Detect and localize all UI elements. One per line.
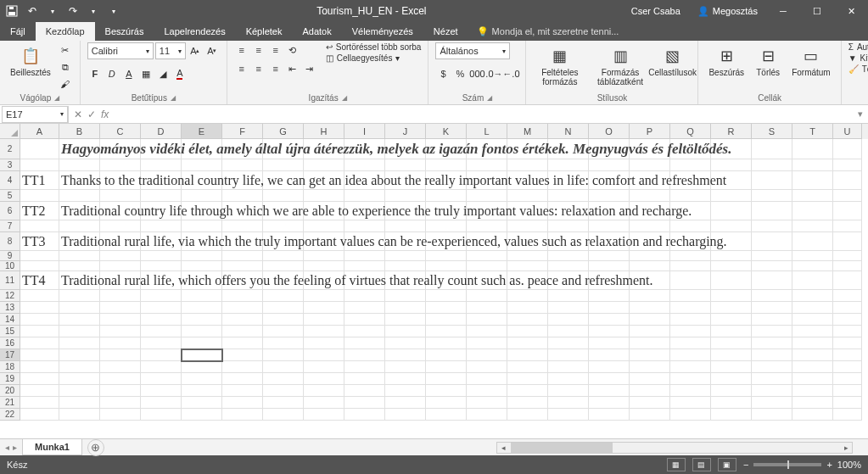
zoom-level[interactable]: 100% (837, 460, 861, 470)
cell[interactable] (20, 190, 59, 202)
cell[interactable] (589, 251, 630, 261)
cell[interactable] (304, 190, 344, 202)
cell[interactable] (20, 373, 59, 385)
cell[interactable] (670, 271, 711, 290)
conditional-formatting-button[interactable]: ▦Feltételes formázás (533, 42, 586, 88)
cell[interactable] (426, 337, 467, 349)
cell[interactable] (222, 337, 263, 349)
cell[interactable] (100, 159, 141, 171)
col-header-R[interactable]: R (711, 124, 752, 139)
cell[interactable] (752, 326, 792, 337)
cell[interactable] (222, 302, 263, 314)
cell[interactable] (100, 314, 141, 326)
cell[interactable] (222, 314, 263, 326)
cell[interactable] (20, 220, 59, 232)
underline-button[interactable]: A (121, 66, 137, 81)
cell[interactable] (20, 349, 59, 361)
cell[interactable] (467, 349, 507, 361)
cell[interactable] (59, 159, 100, 171)
font-size-combo[interactable]: 11▾ (155, 42, 186, 59)
cell[interactable] (20, 302, 59, 314)
cell[interactable] (792, 397, 833, 409)
cell[interactable] (507, 349, 548, 361)
tab-view[interactable]: Nézet (423, 22, 468, 41)
cell[interactable] (385, 251, 426, 261)
add-sheet-button[interactable]: ⊕ (87, 439, 104, 456)
tab-file[interactable]: Fájl (0, 22, 36, 41)
cell[interactable] (344, 290, 385, 302)
row-header[interactable]: 6 (0, 202, 20, 220)
cell[interactable] (182, 290, 222, 302)
cell[interactable] (467, 373, 507, 385)
cell[interactable] (426, 385, 467, 397)
cell[interactable] (59, 302, 100, 314)
align-top-button[interactable]: ≡ (234, 42, 249, 58)
cell[interactable] (630, 159, 670, 171)
cell[interactable] (59, 361, 100, 373)
cell[interactable] (589, 261, 630, 271)
cell[interactable] (711, 302, 752, 314)
cell[interactable] (182, 314, 222, 326)
cell-styles-button[interactable]: ▧Cellastílusok (654, 42, 692, 79)
cell[interactable] (344, 261, 385, 271)
row-header[interactable]: 15 (0, 326, 20, 337)
cell[interactable] (344, 337, 385, 349)
cell[interactable] (833, 251, 862, 261)
cell[interactable] (711, 361, 752, 373)
undo-icon[interactable]: ↶ (25, 4, 39, 18)
cell[interactable] (467, 190, 507, 202)
cell[interactable] (467, 159, 507, 171)
cell[interactable] (711, 290, 752, 302)
cell[interactable] (792, 251, 833, 261)
align-left-button[interactable]: ≡ (234, 61, 249, 76)
format-painter-button[interactable]: 🖌 (58, 76, 73, 92)
cell[interactable] (100, 220, 141, 232)
row-header[interactable]: 2 (0, 139, 20, 159)
cell[interactable] (752, 314, 792, 326)
cell[interactable] (59, 385, 100, 397)
cell[interactable] (792, 202, 833, 220)
col-header-E[interactable]: E (182, 124, 222, 139)
cell[interactable] (670, 349, 711, 361)
cell[interactable] (263, 220, 304, 232)
cell[interactable] (344, 159, 385, 171)
cell[interactable] (630, 337, 670, 349)
save-icon[interactable] (5, 4, 19, 18)
cell[interactable] (100, 261, 141, 271)
cell[interactable] (385, 373, 426, 385)
cell[interactable] (385, 361, 426, 373)
cell[interactable] (630, 409, 670, 421)
cell[interactable] (792, 290, 833, 302)
cell[interactable] (20, 361, 59, 373)
cell[interactable] (548, 349, 589, 361)
format-cells-button[interactable]: ▭Formátum (788, 42, 834, 79)
cell[interactable] (385, 261, 426, 271)
cell[interactable] (548, 159, 589, 171)
cell[interactable] (752, 290, 792, 302)
cell[interactable] (589, 159, 630, 171)
redo-icon[interactable]: ↷ (66, 4, 80, 18)
cell[interactable] (385, 397, 426, 409)
col-header-H[interactable]: H (304, 124, 344, 139)
row-header[interactable]: 12 (0, 290, 20, 302)
fx-icon[interactable]: fx (101, 109, 109, 120)
paste-button[interactable]: 📋 Beillesztés (7, 42, 54, 79)
cell[interactable] (792, 326, 833, 337)
col-header-L[interactable]: L (467, 124, 507, 139)
cell[interactable] (548, 190, 589, 202)
cell[interactable] (304, 409, 344, 421)
cell[interactable] (141, 220, 182, 232)
cell[interactable] (752, 171, 792, 190)
cell[interactable] (263, 385, 304, 397)
cell[interactable] (344, 190, 385, 202)
delete-cells-button[interactable]: ⊟Törlés (751, 42, 785, 79)
cell[interactable] (467, 409, 507, 421)
cell[interactable] (548, 261, 589, 271)
col-header-S[interactable]: S (752, 124, 792, 139)
cell[interactable] (100, 251, 141, 261)
cell[interactable] (304, 337, 344, 349)
cell[interactable] (507, 251, 548, 261)
cell[interactable] (752, 271, 792, 290)
cell[interactable]: Traditional rural life, which offers you… (59, 271, 100, 290)
col-header-I[interactable]: I (344, 124, 385, 139)
